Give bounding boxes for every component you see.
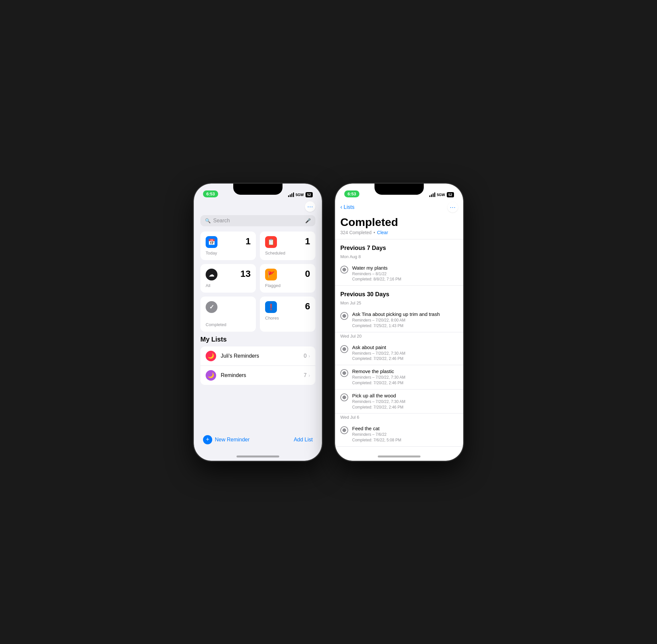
reminder-meta-3: Reminders – 7/20/22, 7:30 AM Completed: … [352, 351, 458, 362]
subtitle-dot: • [373, 230, 375, 235]
reminder-content-2: Ask Tina about picking up trim and trash… [352, 311, 458, 329]
reminder-title-5: Pick up all the wood [352, 393, 458, 398]
screen-content-left: ⋯ 🔍 Search 🎤 📅 1 Today [194, 200, 322, 461]
nav-bar-right: ‹ Lists ⋯ [335, 200, 463, 216]
date-jul6: Wed Jul 6 [335, 413, 463, 422]
card-scheduled[interactable]: 📋 1 Scheduled [260, 232, 315, 260]
reminder-paint[interactable]: Ask about paint Reminders – 7/20/22, 7:3… [335, 341, 463, 366]
reminder-content-3: Ask about paint Reminders – 7/20/22, 7:3… [352, 345, 458, 362]
today-label: Today [206, 251, 251, 255]
back-label: Lists [344, 204, 355, 210]
reminders-header: ⋯ [194, 200, 322, 215]
reminder-plastic[interactable]: Remove the plastic Reminders – 7/20/22, … [335, 365, 463, 390]
search-input[interactable]: Search [213, 218, 302, 224]
today-icon: 📅 [206, 236, 218, 248]
screen-content-right: ‹ Lists ⋯ Completed 324 Completed • Clea… [335, 200, 463, 461]
reminder-meta-5: Reminders – 7/20/22, 7:30 AM Completed: … [352, 399, 458, 410]
reminders-icon-glyph: 🌙 [208, 372, 214, 378]
my-lists-section: My Lists 🌙 Juli's Reminders 0 › 🌙 [194, 336, 322, 385]
list-item-reminders[interactable]: 🌙 Reminders 7 › [200, 366, 315, 385]
reminder-circle-5 [340, 393, 348, 401]
reminder-meta-4: Reminders – 7/20/22, 7:30 AM Completed: … [352, 375, 458, 386]
julis-chevron: › [309, 353, 310, 359]
reminder-circle-1 [340, 266, 348, 274]
signal-bar-r1 [429, 196, 430, 197]
reminder-content-4: Remove the plastic Reminders – 7/20/22, … [352, 368, 458, 386]
add-list-button[interactable]: Add List [294, 437, 313, 443]
date-jul20: Wed Jul 20 [335, 332, 463, 341]
reminder-title-4: Remove the plastic [352, 368, 458, 374]
right-phone: 6:53 5GW 52 ‹ Lists [335, 184, 463, 461]
reminder-cat[interactable]: Feed the cat Reminders – 7/6/22 Complete… [335, 422, 463, 446]
reminder-content-6: Feed the cat Reminders – 7/6/22 Complete… [352, 426, 458, 443]
card-today[interactable]: 📅 1 Today [200, 232, 256, 260]
card-flagged[interactable]: 🚩 0 Flagged [260, 264, 315, 293]
battery-right: 52 [447, 192, 454, 198]
my-lists-title: My Lists [200, 336, 315, 343]
search-icon: 🔍 [205, 218, 210, 223]
reminder-title-1: Water my plants [352, 265, 458, 271]
reminders-chevron: › [309, 373, 310, 378]
card-all[interactable]: ☁ 13 All [200, 264, 256, 293]
search-bar[interactable]: 🔍 Search 🎤 [200, 215, 315, 226]
status-right-right: 5GW 52 [429, 192, 454, 198]
spacer-left [194, 385, 322, 431]
card-chores[interactable]: ❗ 6 Chores [260, 297, 315, 332]
julis-icon-glyph: 🌙 [208, 353, 214, 359]
mic-icon: 🎤 [305, 218, 311, 223]
reminder-circle-6 [340, 426, 348, 434]
section-7days-title: Previous 7 Days [340, 245, 458, 252]
scheduled-count: 1 [305, 236, 310, 247]
more-icon-right: ⋯ [450, 204, 456, 211]
network-label-right: 5GW [437, 193, 445, 197]
notch-right [375, 184, 424, 195]
card-completed[interactable]: ✓ Completed [200, 297, 256, 332]
chores-icon: ❗ [265, 301, 277, 313]
reminder-wood[interactable]: Pick up all the wood Reminders – 7/20/22… [335, 390, 463, 414]
completed-subtitle: 324 Completed • Clear [335, 229, 463, 239]
back-button[interactable]: ‹ Lists [340, 204, 355, 210]
more-button-right[interactable]: ⋯ [448, 202, 458, 212]
section-30days: Previous 30 Days [335, 286, 463, 299]
reminders-icon: 🌙 [206, 370, 216, 381]
more-button-left[interactable]: ⋯ [305, 201, 315, 212]
julis-count: 0 [303, 353, 307, 359]
lists-container: 🌙 Juli's Reminders 0 › 🌙 Reminders 7 › [200, 346, 315, 385]
back-chevron-icon: ‹ [340, 204, 342, 210]
today-count: 1 [245, 236, 251, 247]
chores-icon-glyph: ❗ [267, 303, 275, 311]
reminder-tina[interactable]: Ask Tina about picking up trim and trash… [335, 308, 463, 332]
scheduled-icon-glyph: 📋 [267, 238, 275, 246]
signal-bar-1 [288, 196, 289, 197]
reminder-meta-2: Reminders – 7/20/22, 8:00 AM Completed: … [352, 318, 458, 329]
bottom-bar-left: + New Reminder Add List [194, 431, 322, 456]
status-right-left: 5GW 52 [288, 192, 313, 198]
reminder-meta-1: Reminders – 8/1/22 Completed: 8/8/22, 7:… [352, 271, 458, 282]
signal-bars [288, 192, 294, 197]
notch [233, 184, 282, 195]
list-item-julis[interactable]: 🌙 Juli's Reminders 0 › [200, 346, 315, 366]
reminder-content-5: Pick up all the wood Reminders – 7/20/22… [352, 393, 458, 410]
reminder-water-plants[interactable]: Water my plants Reminders – 8/1/22 Compl… [335, 262, 463, 286]
completed-icon-glyph: ✓ [209, 303, 214, 311]
status-time-right: 6:53 [344, 190, 359, 198]
chores-count: 6 [305, 301, 310, 312]
reminder-title-2: Ask Tina about picking up trim and trash [352, 311, 458, 317]
reminder-circle-2 [340, 312, 348, 320]
network-label: 5GW [296, 193, 304, 197]
signal-bar-4 [293, 192, 294, 197]
signal-bar-r2 [431, 194, 432, 197]
home-indicator-right [378, 456, 421, 458]
new-reminder-button[interactable]: + New Reminder [203, 435, 250, 444]
signal-bar-2 [290, 194, 291, 197]
chores-label: Chores [265, 316, 310, 321]
home-indicator-left [236, 456, 279, 458]
reminder-title-6: Feed the cat [352, 426, 458, 431]
completed-count: 324 Completed [340, 230, 371, 235]
scheduled-icon: 📋 [265, 236, 277, 248]
reminders-label: Reminders [221, 372, 303, 378]
clear-button[interactable]: Clear [377, 230, 388, 235]
more-icon-left: ⋯ [307, 203, 313, 210]
reminder-circle-3 [340, 345, 348, 353]
signal-bars-right [429, 192, 435, 197]
